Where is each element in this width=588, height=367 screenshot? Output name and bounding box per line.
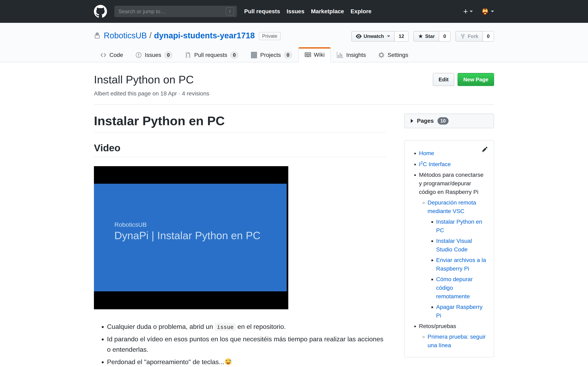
list-item: Retos/pruebas Primera prueba: seguir una… <box>419 322 487 350</box>
pages-counter: 10 <box>438 117 449 125</box>
user-menu-button[interactable] <box>481 7 494 16</box>
plus-icon: + <box>463 8 468 15</box>
tab-insights[interactable]: Insights <box>331 47 372 62</box>
tab-pull-requests[interactable]: Pull requests 0 <box>179 47 245 62</box>
site-header: / Pull requests Issues Marketplace Explo… <box>0 0 588 23</box>
repo-actions: Unwatch 12 ★ Star 0 <box>351 31 494 42</box>
code-icon <box>100 52 107 58</box>
pages-toggle[interactable]: Pages 10 <box>404 114 494 128</box>
unwatch-button[interactable]: Unwatch <box>351 31 395 42</box>
issues-counter: 0 <box>164 51 173 59</box>
pages-label: Pages <box>417 118 434 124</box>
list-item: Cualquier duda o problema, abrid un issu… <box>107 322 386 332</box>
list-item: Apagar Raspberry Pi <box>436 303 487 320</box>
repo-owner-link[interactable]: RoboticsUB <box>104 31 147 40</box>
page-title: Install Python on PC <box>94 73 209 86</box>
list-item: Depuración remota mediante VSC Instalar … <box>428 198 487 320</box>
pull-request-icon <box>185 52 191 58</box>
video-brand-text: RoboticsUB <box>114 221 260 228</box>
repo-header: RoboticsUB / dynapi-students-year1718 Pr… <box>0 23 588 62</box>
lock-icon <box>94 33 100 39</box>
list-item: Id parando el vídeo en esos puntos en lo… <box>107 334 386 355</box>
list-item: I2C Interface <box>419 160 487 169</box>
wiki-content: Instalar Python en PC Video RoboticsUB D… <box>94 114 386 367</box>
edit-button[interactable]: Edit <box>433 73 454 86</box>
list-item: Instalar Python en PC <box>436 217 487 235</box>
list-item: Enviar archivos a la Raspberry Pi <box>436 256 487 273</box>
page-link-i2c-interface[interactable]: I2C Interface <box>419 161 451 167</box>
nav-marketplace[interactable]: Marketplace <box>311 8 344 15</box>
pull-requests-counter: 0 <box>230 51 238 59</box>
notes-list: Cualquier duda o problema, abrid un issu… <box>94 322 386 367</box>
gear-icon <box>378 52 385 58</box>
nav-pull-requests[interactable]: Pull requests <box>244 8 280 15</box>
video-title-text: DynaPi | Instalar Python en PC <box>114 229 260 242</box>
page-link-apagar-raspberry[interactable]: Apagar Raspberry Pi <box>436 304 483 319</box>
page-edit-info: Albert edited this page on 18 Apr · 4 re… <box>94 90 209 97</box>
video-slide: RoboticsUB DynaPi | Instalar Python en P… <box>94 184 287 291</box>
list-item: Cómo depurar código remotamente <box>436 275 487 301</box>
content-heading: Instalar Python en PC <box>94 114 386 133</box>
page-link-primera-prueba[interactable]: Primera prueba: seguir una línea <box>428 334 486 349</box>
star-icon: ★ <box>418 33 423 39</box>
repo-name-link[interactable]: dynapi-students-year1718 <box>154 31 255 40</box>
chevron-down-icon <box>491 11 494 12</box>
fork-button[interactable]: Fork <box>456 31 483 42</box>
avatar <box>481 7 489 16</box>
page-link-depuracion-remota[interactable]: Depuración remota mediante VSC <box>428 200 476 214</box>
pencil-icon[interactable] <box>482 146 488 152</box>
chevron-down-icon <box>470 11 473 12</box>
sweat-smile-emoji <box>225 358 232 365</box>
tab-issues[interactable]: Issues 0 <box>129 47 179 62</box>
chevron-down-icon <box>387 35 390 37</box>
header-divider <box>94 104 494 105</box>
caret-right-icon <box>411 119 413 123</box>
search-input[interactable] <box>114 6 237 17</box>
page-link-instalar-vsc[interactable]: Instalar Visual Studio Code <box>436 238 472 253</box>
page-link-como-depurar[interactable]: Cómo depurar código remotamente <box>436 276 473 300</box>
tab-projects[interactable]: Projects 0 <box>245 47 298 62</box>
page-link-enviar-archivos[interactable]: Enviar archivos a la Raspberry Pi <box>436 257 486 272</box>
stargazers-count[interactable]: 0 <box>439 31 450 42</box>
page-link-instalar-python[interactable]: Instalar Python en PC <box>436 218 482 234</box>
forks-count[interactable]: 0 <box>483 31 494 42</box>
wiki-sidebar: Pages 10 Home I2C Interface Métodos para… <box>404 114 494 367</box>
repo-breadcrumb: RoboticsUB / dynapi-students-year1718 Pr… <box>94 31 281 40</box>
page-link-home[interactable]: Home <box>419 150 434 156</box>
project-icon <box>251 52 257 58</box>
projects-counter: 0 <box>284 51 292 59</box>
github-logo-icon[interactable] <box>94 5 107 18</box>
breadcrumb-separator: / <box>149 31 151 40</box>
nav-issues[interactable]: Issues <box>287 8 304 15</box>
header-search: / <box>114 6 237 17</box>
tab-wiki[interactable]: Wiki <box>298 47 331 62</box>
video-heading: Video <box>94 142 386 157</box>
star-button[interactable]: ★ Star <box>414 31 439 42</box>
book-icon <box>304 52 311 58</box>
issue-icon <box>135 52 142 58</box>
tab-code[interactable]: Code <box>94 47 129 62</box>
issue-code-span: issue <box>215 323 236 331</box>
private-badge: Private <box>259 32 281 40</box>
list-item: Perdonad el "aporreamiento" de teclas... <box>107 357 386 367</box>
header-nav: Pull requests Issues Marketplace Explore <box>244 8 372 15</box>
graph-icon <box>337 52 343 58</box>
tab-settings[interactable]: Settings <box>372 47 414 62</box>
list-item: Primera prueba: seguir una línea <box>428 333 487 350</box>
watchers-count[interactable]: 12 <box>395 31 409 42</box>
slash-key-hint: / <box>226 7 234 16</box>
list-item: Home <box>419 149 487 158</box>
new-page-button[interactable]: New Page <box>458 73 494 86</box>
list-item: Métodos para conectarse y programar/depu… <box>419 171 487 320</box>
repo-tabs: Code Issues 0 Pull requests 0 Projects 0 <box>94 47 494 62</box>
github-wiki-page: / Pull requests Issues Marketplace Explo… <box>0 0 588 367</box>
fork-icon <box>460 33 466 39</box>
pages-list-box: Home I2C Interface Métodos para conectar… <box>404 140 494 358</box>
nav-explore[interactable]: Explore <box>351 8 372 15</box>
eye-icon <box>356 33 362 39</box>
list-item: Instalar Visual Studio Code <box>436 237 487 254</box>
video-player[interactable]: RoboticsUB DynaPi | Instalar Python en P… <box>94 166 288 309</box>
create-new-button[interactable]: + <box>463 8 473 15</box>
